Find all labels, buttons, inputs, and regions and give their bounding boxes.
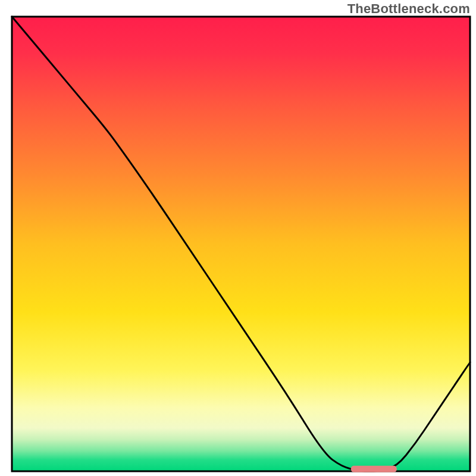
chart-container: { "attribution": "TheBottleneck.com", "c… bbox=[0, 0, 476, 476]
attribution-text: TheBottleneck.com bbox=[347, 1, 470, 17]
plot-background bbox=[12, 17, 470, 471]
bottleneck-chart bbox=[0, 0, 476, 476]
optimum-marker bbox=[351, 466, 397, 472]
